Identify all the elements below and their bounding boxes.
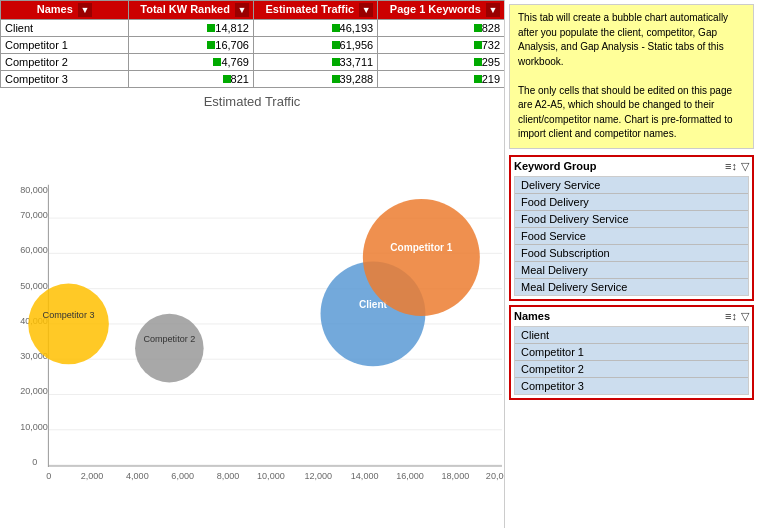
svg-text:14,000: 14,000 xyxy=(351,471,379,481)
left-panel: Names ▼ Total KW Ranked ▼ Estimated Traf… xyxy=(0,0,505,528)
names-list: ClientCompetitor 1Competitor 2Competitor… xyxy=(514,326,749,395)
keyword-group-item[interactable]: Meal Delivery Service xyxy=(515,279,748,295)
kw-bar xyxy=(213,58,221,66)
cell-traffic: 39,288 xyxy=(253,71,377,88)
names-item[interactable]: Competitor 2 xyxy=(515,361,748,378)
sort-p1[interactable]: ▼ xyxy=(486,3,500,17)
cell-name: Client xyxy=(1,20,129,37)
traffic-bar xyxy=(332,41,340,49)
svg-text:0: 0 xyxy=(32,457,37,467)
svg-text:50,000: 50,000 xyxy=(20,281,48,291)
col-header-names: Names ▼ xyxy=(1,1,129,20)
cell-kw: 14,812 xyxy=(128,20,253,37)
svg-text:8,000: 8,000 xyxy=(217,471,240,481)
svg-text:4,000: 4,000 xyxy=(126,471,149,481)
table-row: Client 14,812 46,193 828 xyxy=(1,20,505,37)
cell-traffic: 46,193 xyxy=(253,20,377,37)
traffic-bar xyxy=(332,58,340,66)
keyword-group-filter: Keyword Group ≡↕ ▽ Delivery ServiceFood … xyxy=(509,155,754,301)
cell-p1: 219 xyxy=(378,71,504,88)
cell-traffic: 61,956 xyxy=(253,37,377,54)
keyword-filter-icon[interactable]: ▽ xyxy=(741,160,749,173)
keyword-sort-icon[interactable]: ≡↕ xyxy=(725,160,737,173)
bubble-label-competitor2: Competitor 2 xyxy=(143,334,195,344)
p1-bar xyxy=(474,75,482,83)
cell-kw: 821 xyxy=(128,71,253,88)
col-header-traffic: Estimated Traffic ▼ xyxy=(253,1,377,20)
keyword-group-list: Delivery ServiceFood DeliveryFood Delive… xyxy=(514,176,749,296)
keyword-group-title: Keyword Group xyxy=(514,160,597,172)
cell-kw: 16,706 xyxy=(128,37,253,54)
names-item[interactable]: Competitor 1 xyxy=(515,344,748,361)
keyword-group-item[interactable]: Food Delivery Service xyxy=(515,211,748,228)
chart-area: Estimated Traffic 0 10,000 20,000 30,000… xyxy=(0,88,504,528)
cell-name: Competitor 1 xyxy=(1,37,129,54)
cell-name: Competitor 3 xyxy=(1,71,129,88)
names-header: Names ≡↕ ▽ xyxy=(514,310,749,323)
table-row: Competitor 1 16,706 61,956 732 xyxy=(1,37,505,54)
svg-text:70,000: 70,000 xyxy=(20,210,48,220)
bubble-label-competitor3: Competitor 3 xyxy=(43,310,95,320)
right-panel: This tab will create a bubble chart auto… xyxy=(505,0,758,528)
cell-p1: 295 xyxy=(378,54,504,71)
cell-p1: 828 xyxy=(378,20,504,37)
cell-kw: 4,769 xyxy=(128,54,253,71)
p1-bar xyxy=(474,41,482,49)
keyword-group-header: Keyword Group ≡↕ ▽ xyxy=(514,160,749,173)
bubble-competitor1 xyxy=(363,199,480,316)
keyword-group-item[interactable]: Food Service xyxy=(515,228,748,245)
keyword-group-item[interactable]: Meal Delivery xyxy=(515,262,748,279)
keyword-group-item[interactable]: Delivery Service xyxy=(515,177,748,194)
names-filter: Names ≡↕ ▽ ClientCompetitor 1Competitor … xyxy=(509,305,754,400)
svg-text:6,000: 6,000 xyxy=(171,471,194,481)
cell-traffic: 33,711 xyxy=(253,54,377,71)
cell-name: Competitor 2 xyxy=(1,54,129,71)
sort-kw[interactable]: ▼ xyxy=(235,3,249,17)
keyword-group-item[interactable]: Food Subscription xyxy=(515,245,748,262)
names-sort-icon[interactable]: ≡↕ xyxy=(725,310,737,323)
sort-traffic[interactable]: ▼ xyxy=(359,3,373,17)
bubble-competitor2 xyxy=(135,314,204,383)
tooltip-box: This tab will create a bubble chart auto… xyxy=(509,4,754,149)
tooltip-text1: This tab will create a bubble chart auto… xyxy=(518,12,728,67)
svg-text:80,000: 80,000 xyxy=(20,185,48,195)
table-row: Competitor 2 4,769 33,711 295 xyxy=(1,54,505,71)
svg-text:16,000: 16,000 xyxy=(396,471,424,481)
svg-text:10,000: 10,000 xyxy=(20,422,48,432)
svg-text:20,000: 20,000 xyxy=(486,471,504,481)
sort-names[interactable]: ▼ xyxy=(78,3,92,17)
chart-svg: 0 10,000 20,000 30,000 40,000 50,000 60,… xyxy=(0,111,504,528)
kw-bar xyxy=(207,41,215,49)
svg-text:18,000: 18,000 xyxy=(442,471,470,481)
names-filter-icon[interactable]: ▽ xyxy=(741,310,749,323)
col-header-kw: Total KW Ranked ▼ xyxy=(128,1,253,20)
chart-title: Estimated Traffic xyxy=(0,88,504,111)
traffic-bar xyxy=(332,75,340,83)
svg-text:10,000: 10,000 xyxy=(257,471,285,481)
svg-text:60,000: 60,000 xyxy=(20,245,48,255)
table-wrapper: Names ▼ Total KW Ranked ▼ Estimated Traf… xyxy=(0,0,504,88)
svg-text:12,000: 12,000 xyxy=(304,471,332,481)
keyword-group-item[interactable]: Food Delivery xyxy=(515,194,748,211)
bubble-label-competitor1: Competitor 1 xyxy=(390,242,453,253)
names-icons: ≡↕ ▽ xyxy=(725,310,749,323)
svg-text:0: 0 xyxy=(46,471,51,481)
names-item[interactable]: Competitor 3 xyxy=(515,378,748,394)
svg-text:20,000: 20,000 xyxy=(20,387,48,397)
cell-p1: 732 xyxy=(378,37,504,54)
tooltip-text2: The only cells that should be edited on … xyxy=(518,85,733,140)
p1-bar xyxy=(474,58,482,66)
bubble-competitor3 xyxy=(28,284,109,365)
names-title: Names xyxy=(514,310,550,322)
traffic-bar xyxy=(332,24,340,32)
kw-bar xyxy=(207,24,215,32)
col-header-p1: Page 1 Keywords ▼ xyxy=(378,1,504,20)
data-table: Names ▼ Total KW Ranked ▼ Estimated Traf… xyxy=(0,0,504,88)
p1-bar xyxy=(474,24,482,32)
kw-bar xyxy=(223,75,231,83)
keyword-group-icons: ≡↕ ▽ xyxy=(725,160,749,173)
table-row: Competitor 3 821 39,288 219 xyxy=(1,71,505,88)
svg-text:2,000: 2,000 xyxy=(81,471,104,481)
names-item[interactable]: Client xyxy=(515,327,748,344)
main-layout: Names ▼ Total KW Ranked ▼ Estimated Traf… xyxy=(0,0,758,528)
